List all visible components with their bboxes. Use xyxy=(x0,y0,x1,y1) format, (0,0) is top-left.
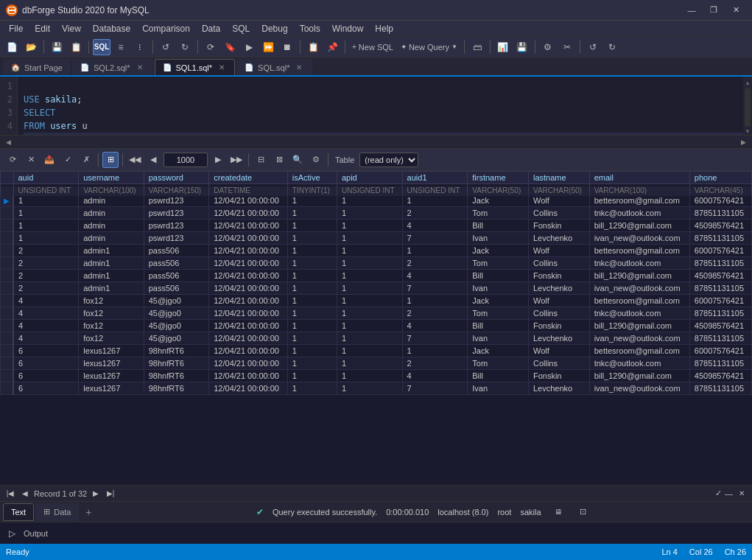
refresh-results-btn[interactable]: ⟳ xyxy=(4,152,21,168)
menu-item-debug[interactable]: Debug xyxy=(256,21,293,37)
save2-button[interactable]: 💾 xyxy=(513,39,531,55)
stop-results-btn[interactable]: ✕ xyxy=(23,152,39,168)
col-auid[interactable]: auid xyxy=(13,172,79,184)
table-row[interactable]: 6lexus126798hnfRT612/04/21 00:00:00114Bi… xyxy=(1,370,752,382)
run-all-button[interactable]: ⏩ xyxy=(259,39,277,55)
menu-item-edit[interactable]: Edit xyxy=(29,21,56,37)
table-row[interactable]: 1adminpswrd12312/04/21 00:00:00114BillFo… xyxy=(1,220,752,232)
next-btn[interactable]: ▶ xyxy=(210,152,226,168)
add-tab-btn[interactable]: + xyxy=(80,504,96,520)
monitor-btn[interactable]: 🖥 xyxy=(550,504,566,520)
paste-button[interactable]: 📌 xyxy=(323,39,341,55)
new-button[interactable]: 📄 xyxy=(3,39,21,55)
col-createdate[interactable]: createdate xyxy=(209,172,288,184)
new-sql-button[interactable]: + New SQL xyxy=(349,43,396,52)
table-row[interactable]: ▶1adminpswrd12312/04/21 00:00:00111JackW… xyxy=(1,195,752,207)
menu-item-file[interactable]: File xyxy=(3,21,29,37)
table-row[interactable]: 6lexus126798hnfRT612/04/21 00:00:00111Ja… xyxy=(1,345,752,357)
tab-sql2-close[interactable]: ✕ xyxy=(135,63,145,73)
last-btn[interactable]: ▶▶ xyxy=(228,152,245,168)
table-row[interactable]: 6lexus126798hnfRT612/04/21 00:00:00117Iv… xyxy=(1,382,752,395)
open-button[interactable]: 📂 xyxy=(22,39,40,55)
menu-item-sql[interactable]: SQL xyxy=(226,21,256,37)
limit-input[interactable] xyxy=(164,153,208,167)
options-btn[interactable]: ⚙ xyxy=(308,152,324,168)
menu-item-view[interactable]: View xyxy=(56,21,87,37)
first-btn[interactable]: ◀◀ xyxy=(127,152,143,168)
sql-content[interactable]: USE sakila; SELECT FROM users u CROSS JO… xyxy=(18,77,752,135)
save-all-button[interactable]: 📋 xyxy=(67,39,85,55)
redo-button[interactable]: ↻ xyxy=(176,39,194,55)
col-apid[interactable]: apid xyxy=(337,172,402,184)
table-dropdown[interactable]: (read only) xyxy=(359,153,418,167)
close-paging-btn[interactable]: ✕ xyxy=(736,488,748,500)
menu-item-window[interactable]: Window xyxy=(326,21,370,37)
table-row[interactable]: 2admin1pass50612/04/21 00:00:00117IvanLe… xyxy=(1,282,752,295)
close-button[interactable]: ✕ xyxy=(725,3,746,18)
table-row[interactable]: 1adminpswrd12312/04/21 00:00:00112TomCol… xyxy=(1,207,752,220)
table-row[interactable]: 2admin1pass50612/04/21 00:00:00111JackWo… xyxy=(1,245,752,257)
col-username[interactable]: username xyxy=(79,172,144,184)
grid-view-btn[interactable]: ⊞ xyxy=(102,152,119,168)
menu-item-data[interactable]: Data xyxy=(196,21,226,37)
bookmark-button[interactable]: 🔖 xyxy=(221,39,239,55)
tab-text[interactable]: Text xyxy=(3,503,34,521)
tab-sql-close[interactable]: ✕ xyxy=(294,63,304,73)
tab-sql[interactable]: 📄 SQL.sql* ✕ xyxy=(236,59,312,75)
sql-mode-button[interactable]: SQL xyxy=(93,39,110,55)
fullscreen-btn[interactable]: ⊡ xyxy=(575,504,591,520)
column-view-btn[interactable]: ⊠ xyxy=(271,152,287,168)
col-password[interactable]: password xyxy=(144,172,209,184)
settings-button[interactable]: ⚙ xyxy=(539,39,557,55)
undo2-button[interactable]: ↺ xyxy=(584,39,602,55)
format-button[interactable]: ≡ xyxy=(112,39,130,55)
schema-button[interactable]: 🗃 xyxy=(468,39,486,55)
align-button[interactable]: ⫶ xyxy=(131,39,149,55)
menu-item-tools[interactable]: Tools xyxy=(294,21,326,37)
filter-btn[interactable]: 🔍 xyxy=(289,152,306,168)
undo-button[interactable]: ↺ xyxy=(157,39,175,55)
copy-button[interactable]: 📋 xyxy=(304,39,322,55)
prev-btn[interactable]: ◀ xyxy=(145,152,161,168)
minimize-button[interactable]: — xyxy=(681,3,702,18)
refresh-button[interactable]: ⟳ xyxy=(202,39,219,55)
table-view-btn[interactable]: ⊟ xyxy=(253,152,269,168)
col-firstname[interactable]: firstname xyxy=(468,172,529,184)
cancel-edit-btn[interactable]: ✗ xyxy=(78,152,94,168)
menu-item-database[interactable]: Database xyxy=(87,21,136,37)
table-row[interactable]: 2admin1pass50612/04/21 00:00:00112TomCol… xyxy=(1,257,752,270)
restore-button[interactable]: ❐ xyxy=(703,3,724,18)
table-row[interactable]: 1adminpswrd12312/04/21 00:00:00117IvanLe… xyxy=(1,232,752,245)
profile-button[interactable]: 📊 xyxy=(494,39,512,55)
menu-item-comparison[interactable]: Comparison xyxy=(136,21,196,37)
tab-sql2[interactable]: 📄 SQL2.sql* ✕ xyxy=(72,59,153,75)
data-grid-wrap[interactable]: auid username password createdate isActi… xyxy=(0,171,752,485)
editor-scrollbar[interactable]: ▲ ▼ xyxy=(743,77,752,135)
next-record-btn[interactable]: ▶ xyxy=(90,488,102,500)
last-record-btn[interactable]: ▶| xyxy=(105,488,116,500)
table-row[interactable]: 4fox1245@jgo012/04/21 00:00:00111JackWol… xyxy=(1,295,752,307)
cut-button[interactable]: ✂ xyxy=(558,39,576,55)
tab-sql1-close[interactable]: ✕ xyxy=(217,63,227,73)
col-phone[interactable]: phone xyxy=(689,172,751,184)
check-btn[interactable]: ✓ xyxy=(60,152,76,168)
table-row[interactable]: 6lexus126798hnfRT612/04/21 00:00:00112To… xyxy=(1,357,752,370)
prev-record-btn[interactable]: ◀ xyxy=(19,488,31,500)
redo2-button[interactable]: ↻ xyxy=(603,39,621,55)
save-button[interactable]: 💾 xyxy=(48,39,66,55)
mini-right-btn[interactable]: ▶ xyxy=(738,139,749,146)
table-row[interactable]: 4fox1245@jgo012/04/21 00:00:00117IvanLev… xyxy=(1,332,752,345)
first-record-btn[interactable]: |◀ xyxy=(4,488,16,500)
mini-left-btn[interactable]: ◀ xyxy=(3,139,14,146)
stop-button[interactable]: ⏹ xyxy=(278,39,296,55)
menu-item-help[interactable]: Help xyxy=(369,21,399,37)
tab-start-page[interactable]: 🏠 Start Page xyxy=(3,59,71,75)
tab-sql1[interactable]: 📄 SQL1.sql* ✕ xyxy=(155,59,236,75)
col-lastname[interactable]: lastname xyxy=(528,172,589,184)
new-query-button[interactable]: ✦ New Query ▼ xyxy=(398,43,460,52)
table-row[interactable]: 4fox1245@jgo012/04/21 00:00:00114BillFon… xyxy=(1,320,752,332)
table-row[interactable]: 4fox1245@jgo012/04/21 00:00:00112TomColl… xyxy=(1,307,752,320)
table-row[interactable]: 2admin1pass50612/04/21 00:00:00114BillFo… xyxy=(1,270,752,282)
run-sql-button[interactable]: ▶ xyxy=(240,39,258,55)
tab-data[interactable]: ⊞ Data xyxy=(35,503,79,521)
